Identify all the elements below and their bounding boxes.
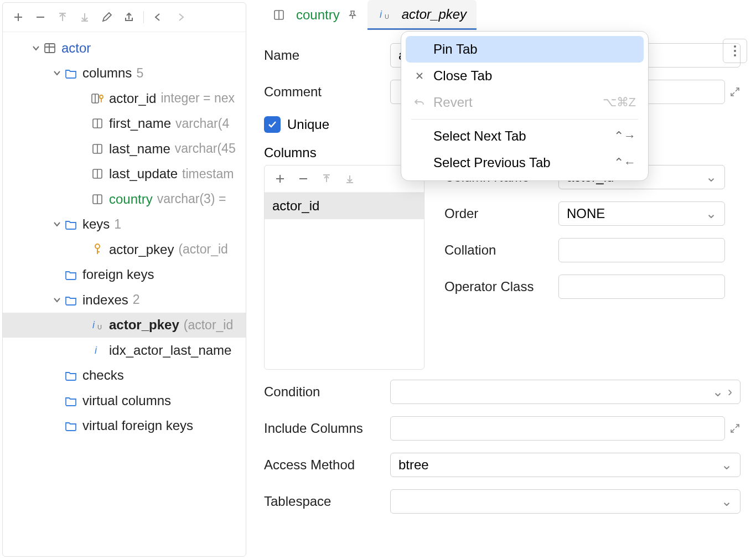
chevron-right-icon: › bbox=[728, 384, 732, 400]
svg-text:U: U bbox=[97, 324, 102, 330]
chevron-down-icon: ⌄ bbox=[706, 169, 717, 185]
add-button[interactable] bbox=[8, 7, 28, 27]
tab-country[interactable]: country bbox=[262, 0, 367, 30]
condition-label: Condition bbox=[264, 384, 390, 400]
column-icon bbox=[90, 167, 105, 181]
tree-label: virtual foreign keys bbox=[82, 418, 193, 433]
opclass-label: Operator Class bbox=[444, 279, 558, 294]
table-icon bbox=[43, 41, 57, 55]
col-down-button[interactable] bbox=[340, 169, 360, 189]
tree-label: indexes bbox=[82, 292, 128, 308]
pin-icon bbox=[348, 10, 358, 20]
tree-key-item[interactable]: actor_pkey (actor_id bbox=[3, 237, 246, 262]
collation-input[interactable] bbox=[558, 238, 725, 262]
col-remove-button[interactable] bbox=[293, 169, 313, 189]
tree-column-item[interactable]: last_update timestam bbox=[3, 162, 246, 187]
ctx-next-tab[interactable]: Select Next Tab ⌃→ bbox=[406, 123, 644, 149]
column-icon bbox=[90, 142, 105, 156]
ctx-label: Select Next Tab bbox=[433, 128, 606, 144]
tree-type: timestam bbox=[182, 167, 234, 182]
folder-icon bbox=[64, 267, 78, 282]
remove-button[interactable] bbox=[30, 7, 50, 27]
svg-point-16 bbox=[734, 54, 736, 56]
tree-index-item[interactable]: iU actor_pkey (actor_id bbox=[3, 313, 246, 338]
forward-button[interactable] bbox=[170, 7, 190, 27]
columns-list: actor_id bbox=[264, 165, 424, 370]
tree-label: last_name bbox=[109, 141, 170, 157]
tree-label: checks bbox=[82, 368, 124, 383]
tree-vfk-folder[interactable]: virtual foreign keys bbox=[3, 413, 246, 439]
order-select[interactable]: NONE⌄ bbox=[558, 201, 725, 226]
svg-point-15 bbox=[734, 50, 736, 52]
export-button[interactable] bbox=[119, 7, 139, 27]
unique-label: Unique bbox=[287, 117, 329, 132]
revert-icon bbox=[413, 98, 426, 107]
expand-icon[interactable] bbox=[729, 423, 741, 434]
tablespace-label: Tablespace bbox=[264, 494, 390, 509]
col-item-label: actor_id bbox=[272, 198, 319, 213]
tree-count: 1 bbox=[114, 217, 121, 232]
svg-point-2 bbox=[100, 95, 103, 99]
order-label: Order bbox=[444, 206, 558, 221]
tree-vcols-folder[interactable]: virtual columns bbox=[3, 388, 246, 413]
tree-fk-folder[interactable]: foreign keys bbox=[3, 262, 246, 288]
ctx-close-tab[interactable]: Close Tab bbox=[406, 63, 644, 89]
ctx-label: Revert bbox=[433, 95, 595, 110]
ctx-shortcut: ⌃→ bbox=[614, 129, 636, 143]
tab-actor-pkey[interactable]: iU actor_pkey bbox=[367, 0, 477, 30]
svg-point-7 bbox=[95, 244, 100, 249]
tree-checks-folder[interactable]: checks bbox=[3, 363, 246, 389]
col-toolbar bbox=[265, 165, 424, 193]
back-button[interactable] bbox=[148, 7, 168, 27]
folder-icon bbox=[64, 394, 78, 408]
sidebar-toolbar bbox=[3, 3, 246, 32]
edit-button[interactable] bbox=[97, 7, 117, 27]
move-up-button[interactable] bbox=[53, 7, 73, 27]
tree-column-item[interactable]: country varchar(3) = bbox=[3, 187, 246, 212]
tree-column-item[interactable]: actor_id integer = nex bbox=[3, 86, 246, 111]
svg-point-14 bbox=[734, 45, 736, 48]
tree-label: first_name bbox=[109, 116, 171, 131]
tree-label: columns bbox=[82, 65, 132, 81]
unique-checkbox[interactable] bbox=[264, 116, 281, 133]
tree-label: keys bbox=[82, 216, 110, 232]
svg-text:i: i bbox=[380, 9, 382, 20]
tree-type: varchar(3) = bbox=[157, 191, 226, 206]
expand-icon[interactable] bbox=[729, 86, 741, 97]
chevron-down-icon: ⌄ bbox=[721, 457, 732, 473]
index-unique-icon: iU bbox=[377, 7, 392, 22]
ctx-label: Select Previous Tab bbox=[433, 155, 606, 170]
chevron-down-icon bbox=[51, 69, 63, 77]
include-input[interactable] bbox=[390, 416, 725, 441]
tablespace-select[interactable]: ⌄ bbox=[390, 489, 741, 514]
access-select[interactable]: btree⌄ bbox=[390, 453, 741, 477]
tree-index-item[interactable]: i idx_actor_last_name bbox=[3, 338, 246, 363]
column-detail-form: Column Name actor_id⌄ Order NONE⌄ Collat… bbox=[444, 165, 741, 311]
col-add-button[interactable] bbox=[270, 169, 290, 189]
ctx-pin-tab[interactable]: Pin Tab bbox=[406, 36, 644, 63]
ctx-shortcut: ⌥⌘Z bbox=[603, 95, 636, 110]
tree-column-item[interactable]: first_name varchar(4 bbox=[3, 111, 246, 137]
tree-label: actor_pkey bbox=[109, 317, 179, 333]
tree-label: country bbox=[109, 191, 153, 207]
col-up-button[interactable] bbox=[317, 169, 336, 189]
tabs: country iU actor_pkey bbox=[248, 0, 756, 30]
tree-keys-folder[interactable]: keys 1 bbox=[3, 212, 246, 237]
col-list-item[interactable]: actor_id bbox=[265, 193, 424, 219]
chevron-down-icon: ⌄ bbox=[712, 384, 723, 400]
ctx-prev-tab[interactable]: Select Previous Tab ⌃← bbox=[406, 149, 644, 176]
tree-column-item[interactable]: last_name varchar(45 bbox=[3, 136, 246, 162]
tree-columns-folder[interactable]: columns 5 bbox=[3, 61, 246, 86]
opclass-input[interactable] bbox=[558, 275, 725, 299]
tab-label: actor_pkey bbox=[402, 7, 467, 22]
folder-icon bbox=[64, 293, 78, 307]
tree-indexes-folder[interactable]: indexes 2 bbox=[3, 287, 246, 313]
tree-table[interactable]: actor bbox=[3, 35, 246, 61]
chevron-down-icon bbox=[30, 44, 42, 53]
tree-label: actor_pkey bbox=[109, 242, 174, 257]
condition-input[interactable]: ⌄› bbox=[390, 380, 741, 404]
ctx-label: Close Tab bbox=[433, 68, 636, 84]
column-icon bbox=[90, 116, 105, 131]
more-button[interactable] bbox=[723, 39, 747, 63]
move-down-button[interactable] bbox=[75, 7, 95, 27]
